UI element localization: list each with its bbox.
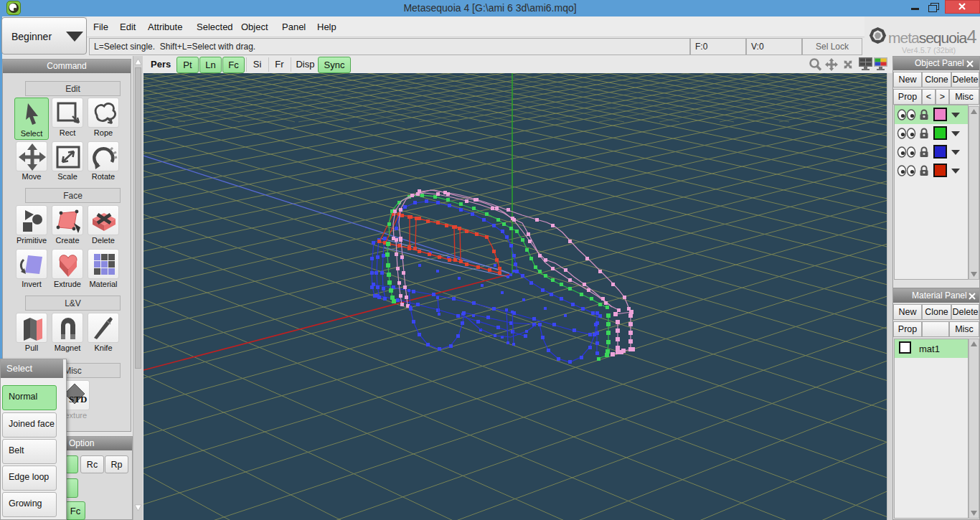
svg-text:STD: STD bbox=[69, 394, 87, 405]
